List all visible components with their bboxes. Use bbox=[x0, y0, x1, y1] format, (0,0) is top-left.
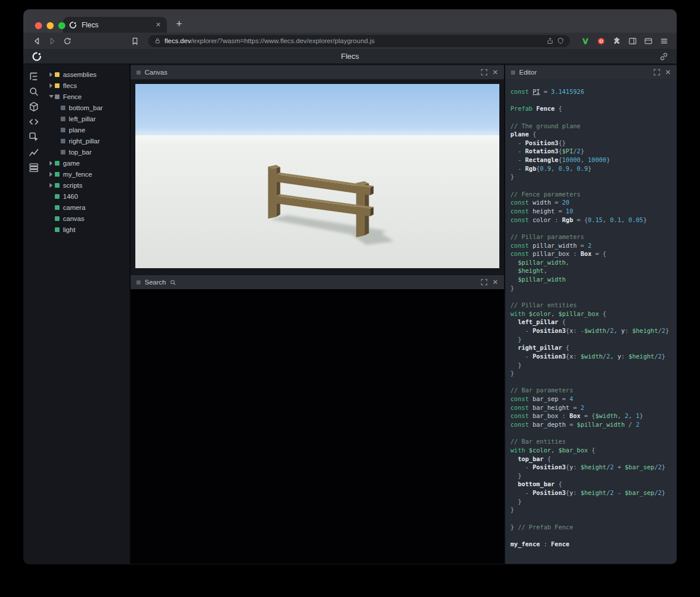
code-line: Prefab Fence { bbox=[510, 104, 674, 113]
menu-icon[interactable] bbox=[658, 35, 670, 47]
tree-item-assemblies[interactable]: assemblies bbox=[44, 69, 130, 80]
chevron-right-icon[interactable] bbox=[47, 172, 55, 177]
tree-item-plane[interactable]: plane bbox=[44, 124, 130, 135]
outliner-icon[interactable] bbox=[29, 71, 39, 82]
tree-item-canvas[interactable]: canvas bbox=[44, 213, 130, 224]
tree-item-top_bar[interactable]: top_bar bbox=[44, 146, 130, 157]
code-line: - Position3{y: $height/2 - $bar_sep/2} bbox=[510, 489, 674, 497]
canvas-panel-header[interactable]: Canvas ✕ bbox=[131, 65, 504, 79]
forward-icon[interactable] bbox=[46, 34, 58, 47]
search-panel-content[interactable] bbox=[131, 289, 504, 564]
app-body: assembliesflecsFencebottom_barleft_pilla… bbox=[23, 64, 677, 564]
tree-item-label: canvas bbox=[63, 215, 84, 222]
entity-bullet bbox=[55, 227, 60, 232]
tree-item-right_pillar[interactable]: right_pillar bbox=[44, 135, 130, 146]
code-line: $pillar_width, bbox=[510, 258, 674, 267]
chevron-right-icon[interactable] bbox=[47, 183, 55, 188]
chevron-right-icon[interactable] bbox=[47, 161, 55, 166]
code-line: } bbox=[510, 369, 674, 378]
url-domain: flecs.dev bbox=[164, 37, 191, 44]
code-line bbox=[510, 224, 674, 233]
new-tab-button[interactable]: + bbox=[172, 17, 187, 32]
editor-panel-title: Editor bbox=[519, 69, 537, 76]
entity-bullet bbox=[61, 128, 65, 132]
code-line: const color : Rgb = {0.15, 0.1, 0.05} bbox=[510, 216, 674, 224]
code-line: - Rotation3{$PI/2} bbox=[510, 147, 674, 156]
entity-bullet bbox=[55, 83, 60, 88]
chevron-right-icon[interactable] bbox=[47, 72, 55, 77]
entities-icon[interactable] bbox=[29, 101, 39, 112]
search-expand-icon[interactable] bbox=[481, 279, 488, 286]
code-line: - Rgb{0.9, 0.9, 0.9} bbox=[510, 164, 674, 173]
bookmark-icon[interactable] bbox=[128, 34, 141, 47]
code-line: } bbox=[510, 173, 674, 181]
tab-close-icon[interactable]: ✕ bbox=[156, 21, 161, 29]
sidebar-icon[interactable] bbox=[626, 35, 638, 47]
v-extension-icon[interactable] bbox=[579, 35, 591, 47]
share-icon[interactable] bbox=[547, 37, 554, 44]
code-line: // Pillar entities bbox=[510, 301, 674, 310]
code-line: // Bar parameters bbox=[510, 386, 674, 395]
app-header: Flecs bbox=[23, 49, 677, 64]
shield-icon[interactable] bbox=[557, 37, 564, 44]
wallet-icon[interactable] bbox=[642, 35, 654, 47]
editor-panel-header[interactable]: Editor ✕ bbox=[505, 65, 677, 79]
code-line: const bar_box : Box = {$width, 2, 1} bbox=[510, 412, 674, 420]
entity-bullet bbox=[55, 205, 60, 210]
canvas-close-icon[interactable]: ✕ bbox=[492, 69, 498, 76]
back-icon[interactable] bbox=[30, 34, 43, 47]
flecs-logo-icon bbox=[32, 51, 42, 62]
browser-tab[interactable]: Flecs ✕ bbox=[63, 17, 167, 33]
tree-item-Fence[interactable]: Fence bbox=[44, 91, 130, 102]
code-line: - Position3{y: $height/2 + $bar_sep/2} bbox=[510, 463, 674, 472]
reload-icon[interactable] bbox=[61, 34, 74, 47]
tree-item-label: light bbox=[63, 226, 75, 233]
tree-item-label: scripts bbox=[63, 182, 82, 189]
search-icon[interactable] bbox=[29, 86, 39, 97]
code-line bbox=[510, 181, 674, 190]
tree-item-bottom_bar[interactable]: bottom_bar bbox=[44, 102, 130, 113]
canvas-panel-title: Canvas bbox=[145, 69, 167, 76]
tree-item-label: camera bbox=[63, 204, 85, 211]
canvas-expand-icon[interactable] bbox=[481, 69, 488, 76]
tree-item-left_pillar[interactable]: left_pillar bbox=[44, 113, 130, 124]
search-icon bbox=[170, 279, 176, 286]
code-line: const PI = 3.1415926 bbox=[510, 87, 674, 96]
code-line bbox=[510, 531, 674, 540]
search-close-icon[interactable]: ✕ bbox=[492, 279, 498, 286]
inspector-icon[interactable] bbox=[29, 132, 39, 142]
stats-icon[interactable] bbox=[29, 147, 39, 157]
tab-bar: Flecs ✕ + bbox=[23, 9, 677, 33]
tree-item-my_fence[interactable]: my_fence bbox=[44, 168, 130, 180]
code-line bbox=[510, 378, 674, 387]
code-editor[interactable]: const PI = 3.1415926 Prefab Fence { // T… bbox=[505, 79, 677, 564]
link-icon[interactable] bbox=[659, 52, 668, 61]
chevron-right-icon[interactable] bbox=[47, 83, 55, 88]
chevron-down-icon[interactable] bbox=[47, 95, 55, 98]
tree-item-1460[interactable]: 1460 bbox=[44, 191, 130, 202]
search-panel-header[interactable]: Search ✕ bbox=[131, 275, 504, 289]
ad-blocker-icon[interactable] bbox=[595, 35, 607, 47]
editor-close-icon[interactable]: ✕ bbox=[665, 69, 671, 76]
tree-item-game[interactable]: game bbox=[44, 157, 130, 168]
zoom-window-button[interactable] bbox=[58, 22, 65, 29]
tree-item-scripts[interactable]: scripts bbox=[44, 180, 130, 191]
minimize-window-button[interactable] bbox=[47, 22, 54, 29]
code-line: const height = 10 bbox=[510, 207, 674, 216]
code-icon[interactable] bbox=[29, 117, 39, 127]
connections-icon[interactable] bbox=[29, 162, 39, 173]
code-line: left_pillar { bbox=[510, 318, 674, 326]
canvas-3d-viewport[interactable] bbox=[135, 84, 499, 268]
tree-item-light[interactable]: light bbox=[44, 224, 130, 235]
page-title: Flecs bbox=[23, 52, 677, 61]
editor-expand-icon[interactable] bbox=[653, 69, 661, 76]
tree-item-camera[interactable]: camera bbox=[44, 202, 130, 213]
tree-item-flecs[interactable]: flecs bbox=[44, 80, 130, 91]
url-bar[interactable]: flecs.dev/explorer/?wasm=https://www.fle… bbox=[148, 35, 570, 47]
extensions-icon[interactable] bbox=[611, 35, 622, 47]
code-line: // Bar entities bbox=[510, 437, 674, 446]
editor-column: Editor ✕ const PI = 3.1415926 Prefab Fen… bbox=[505, 64, 677, 564]
code-line bbox=[510, 514, 674, 523]
code-line: // Pillar parameters bbox=[510, 233, 674, 241]
close-window-button[interactable] bbox=[35, 22, 42, 29]
